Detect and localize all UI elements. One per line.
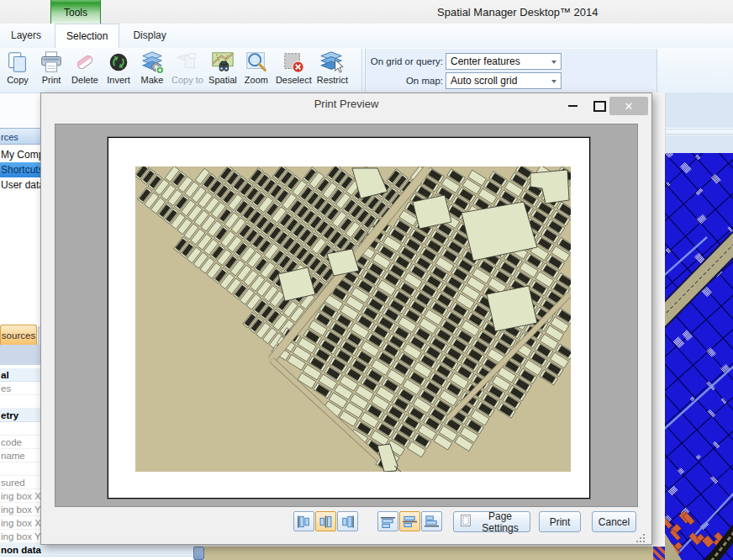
application-window: Spatial Manager Desktop™ 2014 Tools Laye… [0,0,733,560]
ribbon-button-restrict[interactable]: Restrict [314,49,351,85]
resize-grip[interactable] [636,534,645,542]
combo-on-grid-or-query[interactable]: Center features [446,53,562,70]
chevron-down-icon [551,80,556,83]
field-row: On grid or query:Center features [366,52,657,70]
make-layer-icon [140,50,165,75]
minimize-icon[interactable] [562,98,583,114]
ribbon-button-label: Print [42,75,61,85]
preview-page [108,137,590,499]
align-center-button[interactable] [315,511,336,531]
docked-toolbar-top [666,92,733,129]
dialog-title: Print Preview [41,93,651,115]
page-settings-button[interactable]: Page Settings [453,511,530,532]
ribbon-button-label: Zoom [245,75,268,85]
main-map-canvas[interactable] [665,153,733,560]
print-button[interactable]: Print [539,511,581,532]
horizontal-align-group [293,511,359,531]
tab-display[interactable]: Display [122,24,177,48]
ribbon-button-label: Spatial [208,75,237,85]
align-left-button[interactable] [293,511,314,531]
ribbon-button-label: Copy [7,75,29,85]
property-row[interactable]: non data [0,543,200,557]
print-preview-area [55,124,638,507]
ribbon-button-make[interactable]: Make [135,49,169,85]
align-right-button[interactable] [337,511,358,531]
ribbon-button-delete[interactable]: Delete [68,49,102,85]
page-settings-icon [459,514,472,530]
app-title: Spatial Manager Desktop™ 2014 [437,6,599,18]
ribbon-button-strip: CopyPrintDeleteInvertMakeCopy toSpatialZ… [1,49,351,92]
page-settings-label: Page Settings [476,510,525,534]
copy-icon [5,50,30,75]
ribbon-separator [361,49,362,91]
deselect-icon [281,50,306,75]
ribbon-button-label: Deselect [276,75,312,85]
vertical-align-group [377,511,443,531]
combo-value: Center features [451,55,520,67]
horizontal-scrollbar-thumb[interactable] [193,547,204,560]
print-preview-map [135,166,571,472]
align-top-button[interactable] [377,511,398,531]
dialog-toolbar: Page Settings Print Cancel [41,511,651,535]
ribbon-button-spatial[interactable]: Spatial [206,49,240,85]
docked-toolbar-bottom [666,135,733,153]
ribbon-button-invert[interactable]: Invert [102,49,135,85]
maximize-icon[interactable] [589,98,609,114]
main-map-bottom-sliver [653,547,665,560]
zoom-icon [244,50,269,75]
tab-selection[interactable]: Selection [55,24,119,48]
ribbon-button-copy-to: Copy to [169,49,206,85]
ribbon-field-group: On grid or query:Center featuresOn map:A… [365,49,657,92]
print-preview-dialog: Print Preview ✕ Page Settings Print Canc… [40,92,652,545]
field-row: On map:Auto scroll grid [366,71,657,89]
ribbon-button-label: Restrict [317,75,348,85]
ribbon-button-label: Delete [71,75,98,85]
align-bottom-button[interactable] [421,511,442,531]
ribbon-button-label: Make [141,75,164,85]
eraser-icon [72,50,98,75]
ribbon-button-zoom[interactable]: Zoom [240,49,273,85]
print-icon [39,50,64,75]
ribbon-context-tab-tools[interactable]: Tools [50,0,101,24]
field-label: On map: [366,76,443,86]
ribbon-tab-row: LayersSelectionDisplay [0,24,733,48]
align-middle-button[interactable] [399,511,420,531]
field-label: On grid or query: [366,56,443,66]
tab-layers[interactable]: Layers [0,24,52,48]
sources-tab[interactable]: sources [0,325,37,345]
restrict-icon [319,50,345,75]
combo-value: Auto scroll grid [451,75,517,87]
docked-toolbar-divider [666,129,733,135]
ribbon-button-label: Invert [107,75,130,85]
ribbon-button-print[interactable]: Print [34,49,68,85]
chevron-down-icon [551,61,556,64]
ribbon-button-label: Copy to [171,75,203,85]
invert-icon [106,50,131,75]
ribbon-button-deselect[interactable]: Deselect [273,49,314,85]
spatial-map-icon [210,50,235,75]
app-title-bar [0,0,733,24]
ribbon-button-copy[interactable]: Copy [1,49,34,85]
main-map-bottom-strip[interactable] [204,547,653,560]
combo-on-map[interactable]: Auto scroll grid [446,72,562,89]
copy-to-icon [175,50,200,75]
cancel-button[interactable]: Cancel [592,511,636,532]
close-icon[interactable]: ✕ [609,97,648,115]
panel-splitter-strip[interactable] [652,92,666,547]
